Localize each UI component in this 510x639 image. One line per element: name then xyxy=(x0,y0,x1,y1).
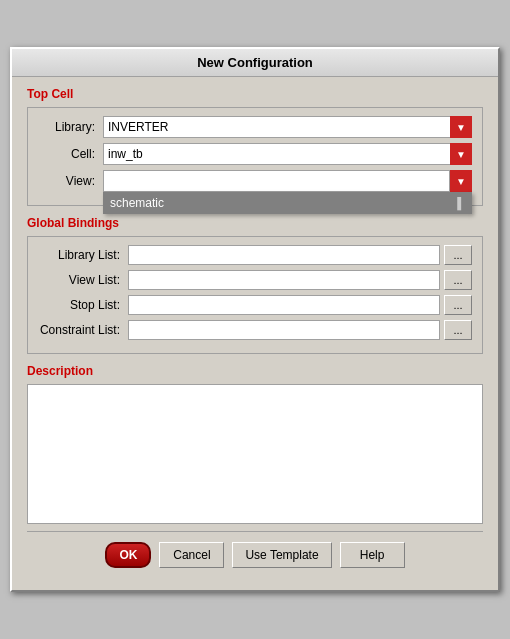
view-dropdown-item-schematic[interactable]: schematic ▌ xyxy=(104,193,471,213)
library-list-row: Library List: ... xyxy=(38,245,472,265)
view-input[interactable] xyxy=(103,170,450,192)
description-section-label: Description xyxy=(27,364,483,378)
new-configuration-dialog: New Configuration Top Cell Library: INVE… xyxy=(10,47,500,592)
view-list-row: View List: ... xyxy=(38,270,472,290)
view-list-browse-btn[interactable]: ... xyxy=(444,270,472,290)
view-dropdown-container: schematic ▌ xyxy=(103,170,472,192)
library-select-wrapper: INVERTER xyxy=(103,116,472,138)
library-list-browse-btn[interactable]: ... xyxy=(444,245,472,265)
dialog-title: New Configuration xyxy=(12,49,498,77)
cell-label: Cell: xyxy=(38,147,103,161)
view-label: View: xyxy=(38,174,103,188)
cell-select-wrapper: inw_tb xyxy=(103,143,472,165)
view-list-label: View List: xyxy=(38,273,128,287)
global-bindings-section-label: Global Bindings xyxy=(27,216,483,230)
view-dropdown-list: schematic ▌ xyxy=(103,192,472,214)
library-list-label: Library List: xyxy=(38,248,128,262)
cell-select[interactable]: inw_tb xyxy=(103,143,472,165)
title-text: New Configuration xyxy=(197,55,313,70)
description-textarea[interactable] xyxy=(27,384,483,524)
library-list-input[interactable] xyxy=(128,245,440,265)
constraint-list-input[interactable] xyxy=(128,320,440,340)
help-button[interactable]: Help xyxy=(340,542,405,568)
cancel-button[interactable]: Cancel xyxy=(159,542,224,568)
constraint-list-browse-btn[interactable]: ... xyxy=(444,320,472,340)
schematic-option-text: schematic xyxy=(110,196,164,210)
constraint-list-row: Constraint List: ... xyxy=(38,320,472,340)
library-label: Library: xyxy=(38,120,103,134)
stop-list-input[interactable] xyxy=(128,295,440,315)
use-template-button[interactable]: Use Template xyxy=(232,542,331,568)
top-cell-section-label: Top Cell xyxy=(27,87,483,101)
dialog-footer: OK Cancel Use Template Help xyxy=(27,531,483,580)
stop-list-browse-btn[interactable]: ... xyxy=(444,295,472,315)
stop-list-label: Stop List: xyxy=(38,298,128,312)
view-dropdown-arrow[interactable] xyxy=(450,170,472,192)
ok-button[interactable]: OK xyxy=(105,542,151,568)
cell-row: Cell: inw_tb xyxy=(38,143,472,165)
library-row: Library: INVERTER xyxy=(38,116,472,138)
cursor-indicator: ▌ xyxy=(457,197,465,209)
top-cell-section: Library: INVERTER Cell: inw_tb xyxy=(27,107,483,206)
stop-list-row: Stop List: ... xyxy=(38,295,472,315)
view-list-input[interactable] xyxy=(128,270,440,290)
view-row: View: schematic ▌ xyxy=(38,170,472,192)
view-input-row xyxy=(103,170,472,192)
global-bindings-section: Library List: ... View List: ... Stop Li… xyxy=(27,236,483,354)
library-select[interactable]: INVERTER xyxy=(103,116,472,138)
constraint-list-label: Constraint List: xyxy=(38,323,128,337)
